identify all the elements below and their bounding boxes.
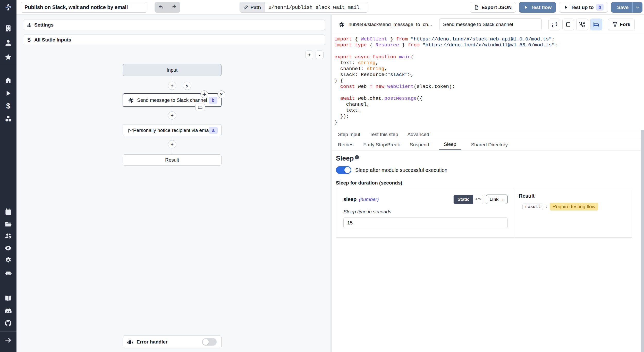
resources-cubes-icon[interactable] (3, 114, 13, 124)
advanced-subtabs: Retries Early Stop/Break Suspend Sleep S… (332, 139, 644, 150)
flow-node-input[interactable]: Input (123, 64, 222, 76)
flow-title-input[interactable] (21, 2, 147, 13)
zoom-in-button[interactable]: + (305, 51, 313, 59)
save-button[interactable]: Save (611, 2, 633, 13)
topbar-actions: Export JSON Test flow Test up to b Save (470, 2, 642, 13)
sleep-config-box: sleep(number) Static </> Link → Sleep ti… (336, 188, 632, 238)
suspend-button[interactable] (576, 19, 588, 30)
sleep-result-cell: Result result : Require testing flow (515, 188, 632, 237)
delete-step-button[interactable]: × (217, 90, 225, 98)
folders-icon[interactable] (3, 219, 13, 229)
trigger-bolt-button[interactable] (183, 82, 191, 90)
repeat-icon (551, 21, 557, 28)
audit-eye-icon[interactable] (3, 243, 13, 253)
groups-icon[interactable] (3, 231, 13, 241)
test-up-to-step-badge: b (596, 4, 604, 11)
add-step-button[interactable]: + (168, 111, 176, 120)
path-edit-button[interactable]: Path (240, 2, 265, 12)
subtab-retries[interactable]: Retries (338, 139, 353, 150)
subtab-early-stop[interactable]: Early Stop/Break (363, 139, 400, 150)
tab-test-this-step[interactable]: Test this step (370, 132, 398, 137)
redo-icon[interactable] (171, 5, 177, 10)
runs-play-icon[interactable] (3, 88, 13, 98)
sleep-section: Sleep Sleep after module successful exec… (332, 150, 644, 238)
test-up-to-button[interactable]: Test up to b (559, 2, 608, 13)
move-icon (202, 92, 207, 97)
fork-label: Fork (620, 22, 630, 27)
step-a-label: Personally notice recipient via email (133, 128, 211, 133)
workspace-building-icon[interactable] (3, 23, 13, 33)
path-group: Path (240, 2, 368, 13)
play-icon (563, 5, 568, 10)
home-icon[interactable] (3, 75, 13, 86)
sleep-button[interactable] (590, 19, 602, 30)
static-inputs-panel-toggle[interactable]: $ All Static Inputs (23, 35, 325, 45)
step-b-label: Send message to Slack channel (137, 97, 207, 103)
step-header: hub/849/slack/send_message_to_ch... For (332, 15, 644, 34)
input-mode-segment: Static </> (453, 195, 483, 204)
workers-robot-icon[interactable] (3, 268, 13, 278)
github-icon[interactable] (3, 318, 13, 328)
phone-incoming-icon (579, 21, 585, 28)
flow-node-error-handler[interactable]: Error handler (123, 336, 222, 348)
gmail-icon (128, 127, 134, 134)
file-export-icon (474, 5, 479, 10)
code-mode-button[interactable]: </> (473, 195, 483, 204)
test-flow-label: Test flow (531, 5, 552, 10)
field-name: sleep (343, 196, 357, 202)
variables-dollar-icon[interactable]: $ (3, 101, 13, 111)
error-handler-label: Error handler (137, 339, 167, 345)
step-b-id-badge: b (209, 97, 217, 104)
windmill-logo-icon[interactable] (3, 2, 13, 12)
chevron-down-icon (635, 5, 640, 10)
export-json-button[interactable]: Export JSON (470, 2, 516, 13)
add-step-button[interactable]: + (168, 82, 176, 90)
sleep-indicator-chip[interactable] (195, 104, 205, 111)
zoom-out-button[interactable]: - (316, 51, 324, 59)
settings-gear-icon[interactable] (3, 255, 13, 265)
move-step-handle[interactable] (200, 90, 208, 98)
undo-icon[interactable] (158, 5, 164, 10)
field-description: Sleep time in seconds (343, 209, 508, 215)
info-icon[interactable] (354, 155, 359, 160)
slack-icon (338, 21, 345, 28)
error-handler-toggle[interactable] (202, 338, 217, 346)
panel-scrollbar[interactable] (641, 130, 644, 352)
fork-button[interactable]: Fork (608, 19, 635, 30)
subtab-shared-directory[interactable]: Shared Directory (471, 139, 508, 150)
sleep-seconds-input[interactable] (343, 217, 508, 228)
tab-step-input[interactable]: Step Input (338, 132, 360, 137)
sleep-toggle[interactable] (336, 166, 351, 174)
flow-node-step-a[interactable]: Personally notice recipient via email a (123, 124, 222, 136)
user-icon[interactable] (3, 38, 13, 48)
save-split-button: Save (611, 2, 642, 13)
square-icon (565, 21, 571, 28)
panel-resize-handle[interactable] (330, 15, 332, 352)
static-mode-button[interactable]: Static (454, 195, 473, 204)
input-node-label: Input (167, 67, 177, 73)
bed-icon (198, 105, 203, 110)
settings-label: Settings (34, 22, 54, 28)
subtab-suspend[interactable]: Suspend (410, 139, 429, 150)
sleep-field-cell: sleep(number) Static </> Link → Sleep ti… (336, 188, 515, 237)
link-button[interactable]: Link → (486, 195, 508, 204)
result-key-chip[interactable]: result (522, 204, 543, 210)
flow-node-result[interactable]: Result (123, 154, 222, 166)
result-heading: Result (519, 193, 628, 199)
expand-arrow-icon[interactable] (3, 335, 13, 345)
schedules-calendar-icon[interactable] (3, 207, 13, 217)
retries-button[interactable] (548, 19, 560, 30)
add-step-button[interactable]: + (168, 140, 176, 148)
docs-book-icon[interactable] (3, 293, 13, 303)
tab-advanced[interactable]: Advanced (408, 132, 429, 137)
settings-panel-toggle[interactable]: Settings (23, 20, 325, 30)
early-stop-button[interactable] (562, 19, 574, 30)
subtab-sleep[interactable]: Sleep (439, 139, 461, 150)
favorites-star-icon[interactable] (3, 52, 13, 62)
path-input[interactable] (265, 2, 368, 12)
save-dropdown-button[interactable] (633, 2, 642, 13)
code-editor[interactable]: import { WebClient } from "https://deno.… (332, 34, 644, 130)
step-summary-input[interactable] (439, 18, 542, 30)
discord-icon[interactable] (3, 306, 13, 316)
test-flow-button[interactable]: Test flow (519, 2, 556, 13)
